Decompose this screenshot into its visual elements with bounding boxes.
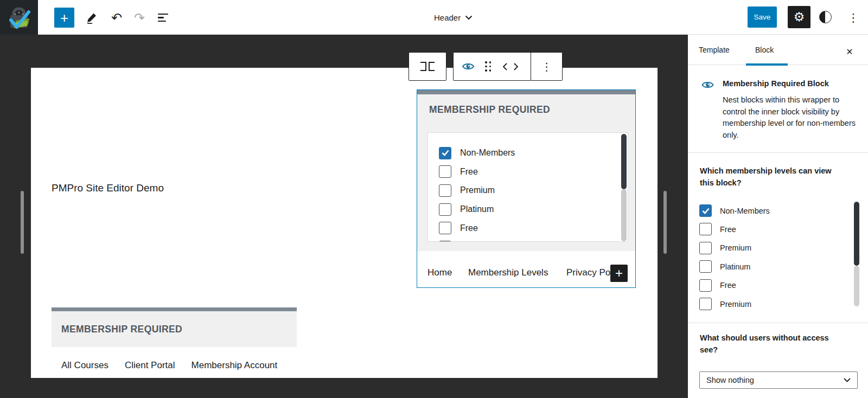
checkbox[interactable] (699, 279, 712, 292)
styles-half-circle-button[interactable] (819, 11, 832, 23)
document-title-dropdown[interactable]: Header (434, 11, 473, 24)
bottom-block-top-stripe (52, 307, 297, 311)
membership-required-block-selected[interactable]: MEMBERSHIP REQUIRED Non-Members Free Pre… (417, 89, 636, 288)
checkbox-checked[interactable] (699, 204, 712, 217)
parent-block-selector-button[interactable] (409, 52, 446, 81)
edit-tool-button[interactable] (81, 8, 102, 28)
nav-link-all-courses[interactable]: All Courses (61, 360, 108, 371)
divider (688, 323, 868, 323)
site-logo-button[interactable] (0, 0, 38, 35)
site-editor: PMPro Site Editor Demo MEMBERSHIP REQUIR… (0, 0, 868, 398)
level-option[interactable]: Premium (688, 239, 751, 257)
levels-question: Which membership levels can view this bl… (700, 165, 847, 189)
site-title-text[interactable]: PMPro Site Editor Demo (52, 182, 164, 194)
level-option[interactable]: Free (428, 163, 478, 181)
settings-gear-button[interactable]: ⚙ (788, 6, 810, 28)
level-option[interactable]: Platinum (688, 258, 750, 276)
block-heading[interactable]: MEMBERSHIP REQUIRED (429, 104, 550, 115)
pmpro-logo-icon (7, 5, 31, 30)
level-option[interactable]: Free (428, 219, 478, 237)
listbox-scrollbar-track[interactable] (621, 189, 627, 241)
access-question: What should users without access see? (700, 332, 847, 356)
block-top-stripe (417, 90, 635, 94)
sidebar-tabs: Template Block ✕ (688, 35, 868, 65)
visibility-eye-icon[interactable] (462, 62, 475, 71)
level-option[interactable]: Free (688, 220, 736, 239)
nav-link-home[interactable]: Home (427, 267, 452, 278)
level-option[interactable]: Platinum (428, 200, 494, 219)
more-options-button[interactable]: ⋮ (845, 8, 861, 28)
block-toolbar (453, 52, 531, 81)
settings-sidebar: Template Block ✕ Membership Required Blo… (688, 35, 868, 398)
checkbox[interactable] (439, 241, 451, 242)
close-sidebar-button[interactable]: ✕ (843, 45, 856, 58)
canvas-resize-handle-right[interactable] (663, 191, 667, 254)
chevron-down-icon (844, 378, 851, 382)
bottom-membership-required-block[interactable]: MEMBERSHIP REQUIRED (52, 311, 297, 347)
tab-block[interactable]: Block (755, 35, 774, 65)
listbox-scrollbar-thumb[interactable] (621, 134, 627, 189)
nav-link-membership-levels[interactable]: Membership Levels (468, 267, 548, 278)
drag-handle-icon[interactable] (485, 61, 492, 72)
sidebar-scrollbar-thumb[interactable] (854, 202, 859, 266)
editor-top-bar: + ↶ ↷ Header Save ⚙ ⋮ (0, 0, 868, 35)
membership-levels-listbox: Non-Members Free Premium Platinum Free (427, 132, 628, 242)
chevron-down-icon (465, 15, 473, 20)
nav-link-membership-account[interactable]: Membership Account (192, 360, 278, 371)
block-card-title: Membership Required Block (723, 79, 829, 88)
level-option[interactable]: Free (688, 276, 736, 294)
ellipsis-icon: ⋮ (541, 60, 552, 73)
membership-block-icon (420, 62, 435, 71)
bottom-block-heading: MEMBERSHIP REQUIRED (61, 324, 182, 335)
checkbox[interactable] (439, 203, 451, 216)
checkbox[interactable] (699, 298, 712, 310)
checkbox-checked[interactable] (439, 147, 451, 159)
block-options-button[interactable]: ⋮ (531, 52, 563, 81)
save-button[interactable]: Save (748, 7, 777, 28)
list-view-button[interactable] (153, 8, 174, 28)
inserter-plus-button[interactable]: + (54, 8, 74, 28)
access-select-dropdown[interactable]: Show nothing (699, 371, 858, 389)
redo-button[interactable]: ↷ (129, 8, 150, 28)
checkbox[interactable] (439, 222, 451, 234)
divider (688, 152, 868, 153)
canvas-resize-handle-left[interactable] (21, 191, 24, 254)
level-option[interactable]: Non-Members (428, 144, 515, 162)
checkbox[interactable] (439, 184, 451, 197)
level-option[interactable] (428, 238, 460, 242)
pencil-icon (86, 12, 98, 24)
block-card-eye-icon (701, 80, 714, 92)
tab-template[interactable]: Template (699, 35, 730, 65)
block-appender-plus-button[interactable]: + (610, 265, 628, 282)
level-option[interactable]: Premium (688, 295, 751, 313)
nav-link-client-portal[interactable]: Client Portal (125, 360, 175, 371)
level-option[interactable]: Non-Members (688, 202, 770, 220)
checkbox[interactable] (699, 223, 712, 235)
level-option[interactable]: Premium (428, 181, 495, 200)
checkbox[interactable] (699, 242, 712, 254)
move-right-icon[interactable] (513, 62, 519, 71)
active-tab-underline (746, 63, 788, 66)
bottom-navigation: All Courses Client Portal Membership Acc… (61, 360, 277, 371)
sidebar-scrollbar-track[interactable] (854, 266, 859, 306)
block-card-description: Nest blocks within this wrapper to contr… (723, 94, 863, 141)
undo-button[interactable]: ↶ (106, 8, 127, 28)
checkbox[interactable] (439, 165, 451, 178)
move-left-icon[interactable] (502, 62, 508, 71)
checkbox[interactable] (699, 260, 712, 273)
